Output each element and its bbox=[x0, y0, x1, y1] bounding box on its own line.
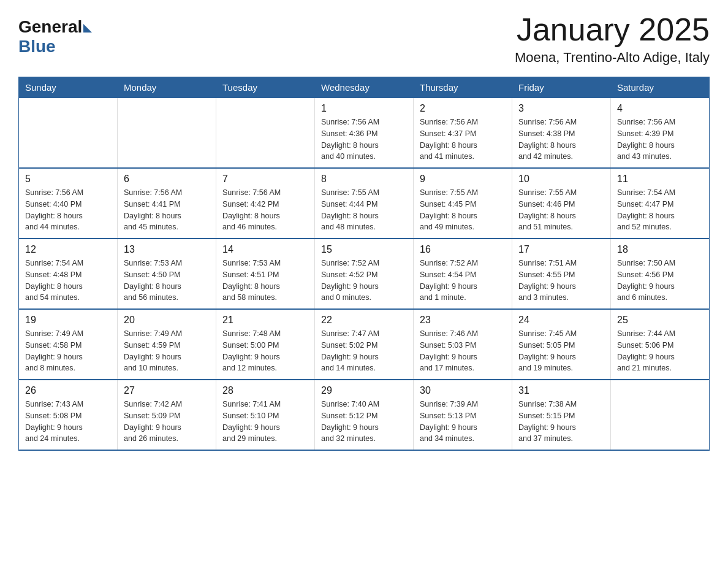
day-cell: 18Sunrise: 7:50 AM Sunset: 4:56 PM Dayli… bbox=[611, 239, 710, 309]
day-info: Sunrise: 7:56 AM Sunset: 4:39 PM Dayligh… bbox=[617, 117, 703, 163]
week-row-1: 1Sunrise: 7:56 AM Sunset: 4:36 PM Daylig… bbox=[19, 98, 710, 169]
day-number: 19 bbox=[25, 315, 111, 326]
day-cell: 13Sunrise: 7:53 AM Sunset: 4:50 PM Dayli… bbox=[118, 239, 216, 309]
day-info: Sunrise: 7:42 AM Sunset: 5:09 PM Dayligh… bbox=[124, 399, 210, 445]
calendar-table: SundayMondayTuesdayWednesdayThursdayFrid… bbox=[18, 77, 710, 451]
day-cell: 2Sunrise: 7:56 AM Sunset: 4:37 PM Daylig… bbox=[414, 98, 512, 169]
day-info: Sunrise: 7:53 AM Sunset: 4:50 PM Dayligh… bbox=[124, 258, 210, 304]
day-number: 30 bbox=[420, 385, 506, 396]
day-number: 29 bbox=[321, 385, 407, 396]
day-cell: 8Sunrise: 7:55 AM Sunset: 4:44 PM Daylig… bbox=[315, 168, 414, 239]
day-info: Sunrise: 7:43 AM Sunset: 5:08 PM Dayligh… bbox=[25, 399, 111, 445]
calendar-subtitle: Moena, Trentino-Alto Adige, Italy bbox=[515, 50, 710, 66]
day-number: 12 bbox=[25, 244, 111, 255]
day-info: Sunrise: 7:47 AM Sunset: 5:02 PM Dayligh… bbox=[321, 328, 407, 374]
day-info: Sunrise: 7:50 AM Sunset: 4:56 PM Dayligh… bbox=[617, 258, 703, 304]
day-info: Sunrise: 7:55 AM Sunset: 4:45 PM Dayligh… bbox=[420, 187, 506, 233]
day-cell: 22Sunrise: 7:47 AM Sunset: 5:02 PM Dayli… bbox=[315, 309, 414, 380]
header-cell-thursday: Thursday bbox=[414, 77, 512, 98]
day-cell: 25Sunrise: 7:44 AM Sunset: 5:06 PM Dayli… bbox=[611, 309, 710, 380]
day-number: 25 bbox=[617, 315, 703, 326]
day-info: Sunrise: 7:56 AM Sunset: 4:37 PM Dayligh… bbox=[420, 117, 506, 163]
day-info: Sunrise: 7:52 AM Sunset: 4:54 PM Dayligh… bbox=[420, 258, 506, 304]
day-number: 13 bbox=[124, 244, 210, 255]
day-cell: 7Sunrise: 7:56 AM Sunset: 4:42 PM Daylig… bbox=[216, 168, 315, 239]
day-info: Sunrise: 7:56 AM Sunset: 4:38 PM Dayligh… bbox=[518, 117, 604, 163]
day-cell: 3Sunrise: 7:56 AM Sunset: 4:38 PM Daylig… bbox=[512, 98, 611, 169]
header-cell-monday: Monday bbox=[118, 77, 216, 98]
day-info: Sunrise: 7:54 AM Sunset: 4:47 PM Dayligh… bbox=[617, 187, 703, 233]
day-cell bbox=[216, 98, 315, 169]
day-cell: 20Sunrise: 7:49 AM Sunset: 4:59 PM Dayli… bbox=[118, 309, 216, 380]
day-info: Sunrise: 7:54 AM Sunset: 4:48 PM Dayligh… bbox=[25, 258, 111, 304]
day-cell bbox=[611, 380, 710, 450]
day-cell: 4Sunrise: 7:56 AM Sunset: 4:39 PM Daylig… bbox=[611, 98, 710, 169]
day-cell: 30Sunrise: 7:39 AM Sunset: 5:13 PM Dayli… bbox=[414, 380, 512, 450]
day-cell: 16Sunrise: 7:52 AM Sunset: 4:54 PM Dayli… bbox=[414, 239, 512, 309]
day-info: Sunrise: 7:45 AM Sunset: 5:05 PM Dayligh… bbox=[518, 328, 604, 374]
day-info: Sunrise: 7:52 AM Sunset: 4:52 PM Dayligh… bbox=[321, 258, 407, 304]
day-info: Sunrise: 7:56 AM Sunset: 4:40 PM Dayligh… bbox=[25, 187, 111, 233]
day-number: 6 bbox=[124, 174, 210, 185]
day-number: 4 bbox=[617, 103, 703, 114]
day-info: Sunrise: 7:38 AM Sunset: 5:15 PM Dayligh… bbox=[518, 399, 604, 445]
calendar-header-row: SundayMondayTuesdayWednesdayThursdayFrid… bbox=[19, 77, 710, 98]
header-cell-wednesday: Wednesday bbox=[315, 77, 414, 98]
day-number: 20 bbox=[124, 315, 210, 326]
day-cell: 12Sunrise: 7:54 AM Sunset: 4:48 PM Dayli… bbox=[19, 239, 118, 309]
day-number: 7 bbox=[222, 174, 308, 185]
day-number: 1 bbox=[321, 103, 407, 114]
day-info: Sunrise: 7:49 AM Sunset: 4:58 PM Dayligh… bbox=[25, 328, 111, 374]
logo: General Blue bbox=[18, 18, 92, 56]
title-block: January 2025 Moena, Trentino-Alto Adige,… bbox=[515, 12, 710, 66]
week-row-4: 19Sunrise: 7:49 AM Sunset: 4:58 PM Dayli… bbox=[19, 309, 710, 380]
day-info: Sunrise: 7:56 AM Sunset: 4:42 PM Dayligh… bbox=[222, 187, 308, 233]
day-cell: 17Sunrise: 7:51 AM Sunset: 4:55 PM Dayli… bbox=[512, 239, 611, 309]
day-info: Sunrise: 7:46 AM Sunset: 5:03 PM Dayligh… bbox=[420, 328, 506, 374]
week-row-3: 12Sunrise: 7:54 AM Sunset: 4:48 PM Dayli… bbox=[19, 239, 710, 309]
day-number: 26 bbox=[25, 385, 111, 396]
day-info: Sunrise: 7:55 AM Sunset: 4:44 PM Dayligh… bbox=[321, 187, 407, 233]
logo-arrow-icon bbox=[83, 24, 92, 33]
calendar-title: January 2025 bbox=[515, 12, 710, 47]
day-info: Sunrise: 7:48 AM Sunset: 5:00 PM Dayligh… bbox=[222, 328, 308, 374]
day-cell: 26Sunrise: 7:43 AM Sunset: 5:08 PM Dayli… bbox=[19, 380, 118, 450]
day-number: 17 bbox=[518, 244, 604, 255]
day-number: 3 bbox=[518, 103, 604, 114]
day-cell: 23Sunrise: 7:46 AM Sunset: 5:03 PM Dayli… bbox=[414, 309, 512, 380]
day-cell: 21Sunrise: 7:48 AM Sunset: 5:00 PM Dayli… bbox=[216, 309, 315, 380]
day-cell: 6Sunrise: 7:56 AM Sunset: 4:41 PM Daylig… bbox=[118, 168, 216, 239]
day-number: 28 bbox=[222, 385, 308, 396]
header-cell-saturday: Saturday bbox=[611, 77, 710, 98]
day-cell bbox=[118, 98, 216, 169]
header-cell-sunday: Sunday bbox=[19, 77, 118, 98]
day-number: 31 bbox=[518, 385, 604, 396]
header-cell-friday: Friday bbox=[512, 77, 611, 98]
day-cell: 28Sunrise: 7:41 AM Sunset: 5:10 PM Dayli… bbox=[216, 380, 315, 450]
day-cell: 29Sunrise: 7:40 AM Sunset: 5:12 PM Dayli… bbox=[315, 380, 414, 450]
day-number: 22 bbox=[321, 315, 407, 326]
day-cell: 19Sunrise: 7:49 AM Sunset: 4:58 PM Dayli… bbox=[19, 309, 118, 380]
day-info: Sunrise: 7:55 AM Sunset: 4:46 PM Dayligh… bbox=[518, 187, 604, 233]
day-number: 27 bbox=[124, 385, 210, 396]
day-number: 21 bbox=[222, 315, 308, 326]
day-number: 11 bbox=[617, 174, 703, 185]
day-cell: 15Sunrise: 7:52 AM Sunset: 4:52 PM Dayli… bbox=[315, 239, 414, 309]
day-cell: 27Sunrise: 7:42 AM Sunset: 5:09 PM Dayli… bbox=[118, 380, 216, 450]
day-cell: 11Sunrise: 7:54 AM Sunset: 4:47 PM Dayli… bbox=[611, 168, 710, 239]
day-number: 9 bbox=[420, 174, 506, 185]
day-number: 15 bbox=[321, 244, 407, 255]
day-info: Sunrise: 7:51 AM Sunset: 4:55 PM Dayligh… bbox=[518, 258, 604, 304]
day-number: 23 bbox=[420, 315, 506, 326]
day-number: 8 bbox=[321, 174, 407, 185]
day-info: Sunrise: 7:44 AM Sunset: 5:06 PM Dayligh… bbox=[617, 328, 703, 374]
week-row-5: 26Sunrise: 7:43 AM Sunset: 5:08 PM Dayli… bbox=[19, 380, 710, 450]
day-number: 2 bbox=[420, 103, 506, 114]
day-number: 10 bbox=[518, 174, 604, 185]
header-cell-tuesday: Tuesday bbox=[216, 77, 315, 98]
day-info: Sunrise: 7:56 AM Sunset: 4:41 PM Dayligh… bbox=[124, 187, 210, 233]
logo-blue-text: Blue bbox=[18, 37, 56, 56]
day-cell: 14Sunrise: 7:53 AM Sunset: 4:51 PM Dayli… bbox=[216, 239, 315, 309]
day-number: 5 bbox=[25, 174, 111, 185]
day-number: 24 bbox=[518, 315, 604, 326]
